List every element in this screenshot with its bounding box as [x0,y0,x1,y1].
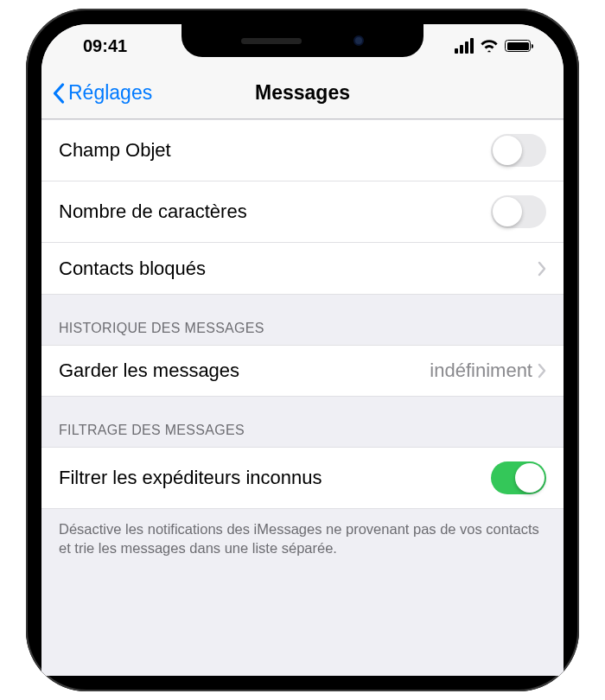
row-value: indéfiniment [430,360,532,382]
notch [182,24,424,57]
row-label: Nombre de caractères [59,200,247,223]
settings-content: Champ Objet Nombre de caractères Contact… [41,119,564,576]
row-label: Filtrer les expéditeurs inconnus [59,467,322,489]
chevron-right-icon [538,261,546,277]
wifi-icon [480,39,499,53]
chevron-left-icon [52,83,65,104]
row-blocked-contacts[interactable]: Contacts bloqués [41,243,564,295]
back-button[interactable]: Réglages [52,81,152,105]
section-header-history: HISTORIQUE DES MESSAGES [41,295,564,345]
section-header-filtering: FILTRAGE DES MESSAGES [41,397,564,447]
toggle-character-count[interactable] [491,195,546,228]
status-time: 09:41 [67,36,127,56]
toggle-filter-unknown[interactable] [491,461,546,494]
nav-bar: Réglages Messages [41,67,564,119]
back-label: Réglages [68,81,152,105]
row-character-count[interactable]: Nombre de caractères [41,181,564,243]
row-label: Garder les messages [59,360,239,382]
cellular-signal-icon [455,38,474,54]
row-keep-messages[interactable]: Garder les messages indéfiniment [41,345,564,397]
speaker-grille [241,38,302,44]
row-label: Champ Objet [59,139,171,162]
row-label: Contacts bloqués [59,258,206,280]
page-title: Messages [255,81,350,105]
row-filter-unknown[interactable]: Filtrer les expéditeurs inconnus [41,447,564,509]
toggle-subject-field[interactable] [491,134,546,167]
phone-frame: 09:41 Réglages Messages [26,9,579,691]
row-subject-field[interactable]: Champ Objet [41,119,564,181]
chevron-right-icon [538,363,546,379]
screen: 09:41 Réglages Messages [41,24,564,676]
section-footer-filtering: Désactive les notifications des iMessage… [41,509,564,576]
front-camera [353,35,364,46]
battery-icon [505,40,531,52]
